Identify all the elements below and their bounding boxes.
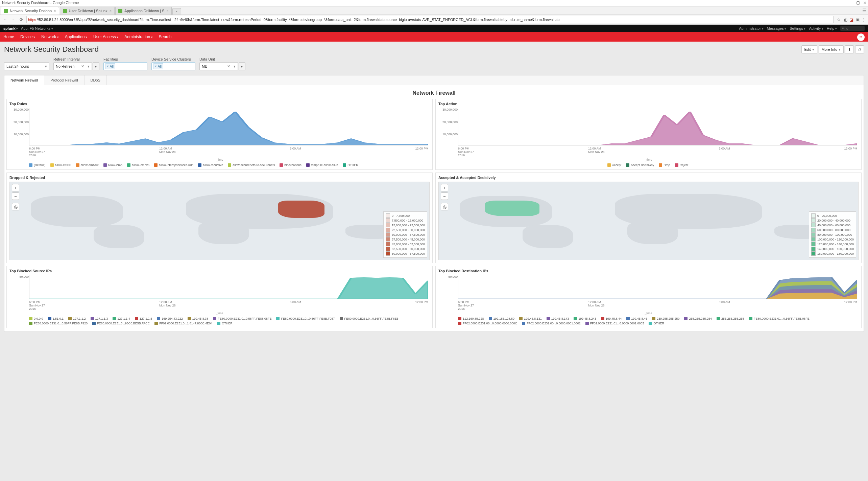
legend-item[interactable]: 1.51.0.1 bbox=[48, 317, 64, 320]
nav-forward-icon[interactable]: → bbox=[10, 17, 16, 22]
legend-item[interactable]: 127.1.1.4 bbox=[113, 317, 130, 320]
legend-item[interactable]: (Default) bbox=[29, 163, 46, 167]
refresh-interval-select[interactable]: No Refresh ✕ ▾ bbox=[53, 62, 92, 70]
nav-search[interactable]: Search bbox=[159, 35, 172, 39]
legend-item[interactable]: 127.1.1.5 bbox=[135, 317, 152, 320]
menu-settings[interactable]: Settings bbox=[790, 26, 805, 30]
legend-item[interactable]: 192.185.128.80 bbox=[489, 317, 515, 320]
time-picker[interactable]: Last 24 hours ▾ bbox=[4, 62, 49, 70]
legend-item[interactable]: allow-dmzout bbox=[76, 163, 99, 167]
tab-protocol-firewall[interactable]: Protocol Firewall bbox=[44, 75, 84, 85]
legend-item[interactable]: Reject bbox=[675, 163, 689, 167]
dsc-multiselect[interactable]: × All bbox=[151, 62, 195, 70]
ext-icon-pdf[interactable]: ◪ bbox=[849, 17, 853, 22]
legend-item[interactable]: FE80:0000:E231:0...0:56FF:FE8B:F057 bbox=[276, 317, 335, 320]
address-bar[interactable]: https //52.89.51.24:8000/en-US/app/f5/ne… bbox=[26, 16, 834, 23]
refresh-submit[interactable]: ▸ bbox=[93, 62, 99, 70]
chrome-menu-icon[interactable]: ⋮ bbox=[862, 17, 866, 22]
clear-icon[interactable]: ✕ bbox=[227, 64, 230, 69]
legend-item[interactable]: allow-securenets-to-securenets bbox=[228, 163, 275, 167]
legend-item[interactable]: FF02:0000:E231:0...1:8147:800C:4E04 bbox=[154, 322, 212, 325]
map-locate-icon[interactable]: ◎ bbox=[12, 203, 19, 210]
legend-item[interactable]: 127.1.1.3 bbox=[91, 317, 108, 320]
legend-item[interactable]: 199.45.8.44 bbox=[601, 317, 622, 320]
browser-tab[interactable]: Network Security Dashbo× bbox=[1, 7, 59, 15]
clear-icon[interactable]: ✕ bbox=[81, 64, 84, 69]
map-zoom-out[interactable]: − bbox=[12, 192, 19, 200]
nav-administration[interactable]: Administration bbox=[124, 35, 153, 39]
nav-back-icon[interactable]: ← bbox=[2, 17, 8, 22]
legend-item[interactable]: FF02:0000:E231:00...0:0000:0001:0002 bbox=[522, 322, 581, 325]
legend-item[interactable]: 169.254.43.222 bbox=[157, 317, 183, 320]
window-close-icon[interactable]: ✕ bbox=[863, 0, 867, 5]
map-accepted[interactable]: + − ◎ 0 - 20,000,00020,000,000 - 40,000,… bbox=[438, 182, 859, 260]
map-locate-icon[interactable]: ◎ bbox=[441, 203, 448, 210]
legend-item[interactable]: 199.45.8.46 bbox=[626, 317, 647, 320]
legend-item[interactable]: temprule-allow-all-in bbox=[306, 163, 338, 167]
legend-item[interactable]: FE80:0000:E231:0...96C0:BE5B:FACC bbox=[92, 322, 150, 325]
legend-item[interactable]: FE80:0000:E231:0...0:56FF:FE8B:F6E5 bbox=[340, 317, 399, 320]
legend-item[interactable]: FE80:0000:E231:0...0:56FF:FE8B:F920 bbox=[29, 322, 88, 325]
nav-application[interactable]: Application bbox=[65, 35, 87, 39]
window-minimize-icon[interactable]: — bbox=[849, 0, 853, 5]
legend-item[interactable]: FF02:0000:E231:00...0:0000:0000:000C bbox=[458, 322, 517, 325]
legend-item[interactable]: blockbaddns bbox=[280, 163, 302, 167]
legend-item[interactable]: 199.45.8.143 bbox=[547, 317, 569, 320]
legend-item[interactable]: Accept decisively bbox=[626, 163, 654, 167]
token-remove-icon[interactable]: × bbox=[155, 65, 157, 68]
legend-item[interactable]: OTHER bbox=[217, 322, 233, 325]
legend-item[interactable]: allow-recursive bbox=[198, 163, 223, 167]
nav-user-access[interactable]: User Access bbox=[93, 35, 118, 39]
data-unit-submit[interactable]: ▸ bbox=[239, 62, 245, 70]
chart-top-rules[interactable]: 30,000,00020,000,00010,000,000 bbox=[29, 108, 428, 145]
menu-administrator[interactable]: Administrator bbox=[739, 26, 763, 30]
tab-close-icon[interactable]: × bbox=[54, 9, 56, 13]
splunk-find-input[interactable]: Find bbox=[840, 26, 865, 31]
map-zoom-in[interactable]: + bbox=[441, 184, 448, 191]
legend-item[interactable]: 239.255.255.250 bbox=[652, 317, 680, 320]
legend-item[interactable]: allow-OSPF bbox=[50, 163, 71, 167]
legend-item[interactable]: 255.255.255.255 bbox=[717, 317, 744, 320]
nav-home[interactable]: Home bbox=[3, 35, 14, 39]
ext-icon-1[interactable]: ◐ bbox=[844, 17, 847, 22]
bookmark-star-icon[interactable]: ☆ bbox=[836, 17, 842, 22]
legend-item[interactable]: FE80:0000:E231:01...0:56FF:FE8B:08FE bbox=[749, 317, 810, 320]
legend-item[interactable]: 199.45.8.131 bbox=[519, 317, 542, 320]
legend-item[interactable]: 127.1.1.2 bbox=[68, 317, 86, 320]
export-button[interactable]: ⬇ bbox=[845, 45, 854, 53]
facilities-token-all[interactable]: × All bbox=[105, 63, 115, 69]
print-button[interactable]: ⎙ bbox=[855, 45, 864, 53]
legend-item[interactable]: OTHER bbox=[649, 322, 664, 325]
token-remove-icon[interactable]: × bbox=[107, 65, 109, 68]
legend-item[interactable]: allow-icmpv6 bbox=[127, 163, 149, 167]
splunk-logo[interactable]: splunk> bbox=[3, 26, 18, 30]
legend-item[interactable]: Drop bbox=[659, 163, 670, 167]
chart-blocked-src[interactable]: 50,000 bbox=[29, 275, 428, 299]
legend-item[interactable]: 255.255.255.254 bbox=[684, 317, 712, 320]
legend-item[interactable]: 199.45.8.38 bbox=[188, 317, 209, 320]
legend-item[interactable]: 112.160.85.228 bbox=[458, 317, 484, 320]
more-info-menu[interactable]: More Info bbox=[819, 45, 844, 53]
map-zoom-in[interactable]: + bbox=[12, 184, 19, 191]
legend-item[interactable]: FF02:0000:E231:01...0:0000:0001:0003 bbox=[585, 322, 644, 325]
new-tab-button[interactable]: ▪ bbox=[172, 8, 181, 15]
legend-item[interactable]: Accept bbox=[607, 163, 622, 167]
browser-tab[interactable]: Application Drilldown | S× bbox=[115, 7, 172, 15]
tab-close-icon[interactable]: × bbox=[167, 9, 169, 13]
chrome-user-icon[interactable]: ☰ bbox=[862, 8, 867, 13]
dsc-token-all[interactable]: × All bbox=[153, 63, 163, 69]
window-maximize-icon[interactable]: ▢ bbox=[856, 0, 860, 5]
tab-network-firewall[interactable]: Network Firewall bbox=[4, 75, 44, 85]
tab-close-icon[interactable]: × bbox=[110, 9, 112, 13]
nav-network[interactable]: Network bbox=[41, 35, 59, 39]
map-zoom-out[interactable]: − bbox=[441, 192, 448, 200]
nav-device[interactable]: Device bbox=[20, 35, 35, 39]
legend-item[interactable]: allow-icmp bbox=[103, 163, 123, 167]
legend-item[interactable]: 199.45.8.243 bbox=[574, 317, 596, 320]
facilities-multiselect[interactable]: × All bbox=[103, 62, 147, 70]
menu-activity[interactable]: Activity bbox=[809, 26, 823, 30]
legend-item[interactable]: FE80:0000:E231:0...0:56FF:FE88:08FE bbox=[213, 317, 271, 320]
edit-menu[interactable]: Edit bbox=[801, 45, 817, 53]
chart-top-action[interactable]: 30,000,00020,000,00010,000,000 bbox=[458, 108, 857, 145]
app-menu[interactable]: App: F5 Networks bbox=[21, 26, 53, 30]
